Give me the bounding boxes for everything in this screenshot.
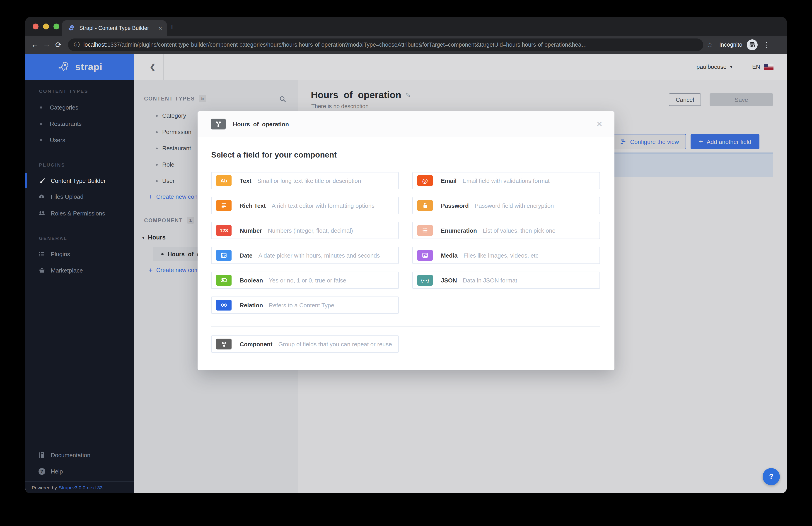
tab-title: Strapi - Content Type Builder (79, 25, 154, 31)
url-bar[interactable]: ⓘ localhost:1337/admin/plugins/content-t… (68, 39, 703, 51)
bookmark-star-icon[interactable]: ☆ (707, 41, 713, 49)
incognito-avatar-icon (747, 40, 758, 50)
tab-close-icon[interactable]: × (159, 25, 162, 32)
field-card-json[interactable]: {···} JSONData in JSON format (412, 272, 600, 289)
browser-menu-icon[interactable]: ⋮ (763, 41, 770, 49)
modal-title: Hours_of_operation (233, 111, 289, 137)
media-field-icon (417, 250, 433, 261)
enumeration-field-icon (417, 225, 433, 236)
component-field-icon (216, 339, 232, 349)
date-field-icon (216, 250, 232, 261)
browser-toolbar: ← → ⟳ ⓘ localhost:1337/admin/plugins/con… (25, 36, 787, 54)
strapi-app: strapi CONTENT TYPES Categories Restaura… (25, 54, 787, 493)
rich-text-field-icon (216, 200, 232, 211)
new-tab-button[interactable]: + (170, 22, 174, 32)
number-field-icon: 123 (216, 225, 232, 236)
url-host: localhost (83, 42, 106, 48)
text-field-icon: Ab (216, 175, 232, 186)
field-card-date[interactable]: DateA date picker with hours, minutes an… (211, 247, 399, 264)
modal-divider (211, 326, 600, 327)
choose-field-modal: Hours_of_operation ✕ Select a field for … (198, 111, 614, 370)
field-card-email[interactable]: @ EmailEmail field with validations form… (412, 172, 600, 189)
password-field-icon (417, 200, 433, 211)
back-icon[interactable]: ← (29, 40, 41, 49)
close-window-button[interactable] (33, 24, 39, 29)
maximize-window-button[interactable] (54, 24, 59, 29)
component-icon (211, 119, 226, 130)
field-card-component[interactable]: ComponentGroup of fields that you can re… (211, 335, 399, 352)
field-card-number[interactable]: 123 NumberNumbers (integer, float, decim… (211, 222, 399, 239)
tab-strip: Strapi - Content Type Builder × + (25, 17, 787, 36)
reload-icon[interactable]: ⟳ (53, 40, 64, 49)
field-card-relation[interactable]: RelationRefers to a Content Type (211, 297, 399, 314)
minimize-window-button[interactable] (43, 24, 49, 29)
field-card-text[interactable]: Ab TextSmall or long text like title or … (211, 172, 399, 189)
boolean-field-icon (216, 275, 232, 286)
site-info-icon[interactable]: ⓘ (74, 41, 80, 49)
field-card-rich-text[interactable]: Rich TextA rich text editor with formatt… (211, 197, 399, 214)
field-card-boolean[interactable]: BooleanYes or no, 1 or 0, true or false (211, 272, 399, 289)
relation-field-icon (216, 300, 232, 311)
close-icon[interactable]: ✕ (596, 111, 603, 137)
json-field-icon: {···} (417, 275, 433, 286)
modal-header: Hours_of_operation ✕ (198, 111, 614, 137)
modal-heading: Select a field for your component (211, 150, 337, 160)
field-card-media[interactable]: MediaFiles like images, videos, etc (412, 247, 600, 264)
forward-icon[interactable]: → (41, 40, 53, 49)
incognito-label: Incognito (719, 42, 742, 48)
field-card-password[interactable]: PasswordPassword field with encryption (412, 197, 600, 214)
field-card-enumeration[interactable]: EnumerationList of values, then pick one (412, 222, 600, 239)
url-path: :1337/admin/plugins/content-type-builder… (106, 42, 587, 48)
email-field-icon: @ (417, 175, 433, 186)
tab-favicon-rocket-icon (68, 25, 75, 32)
browser-window: Strapi - Content Type Builder × + ← → ⟳ … (25, 17, 787, 493)
browser-tab[interactable]: Strapi - Content Type Builder × (62, 20, 167, 36)
help-button[interactable]: ? (763, 468, 780, 485)
desktop: Strapi - Content Type Builder × + ← → ⟳ … (0, 0, 812, 526)
